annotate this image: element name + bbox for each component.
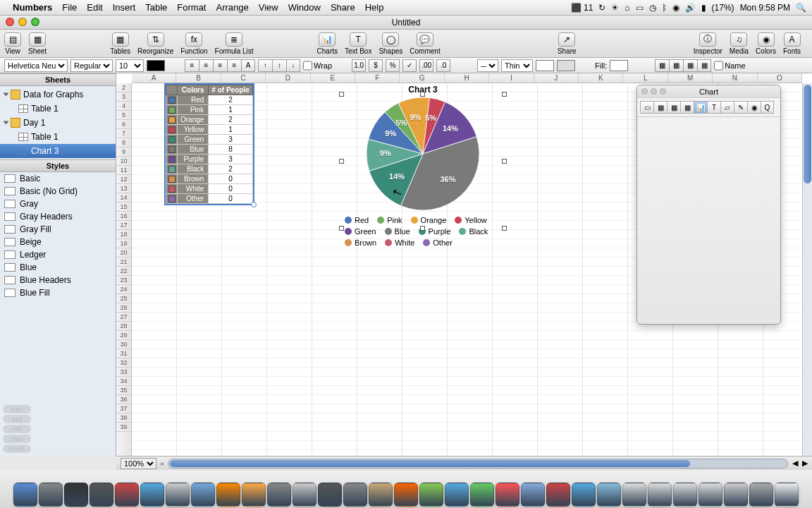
row-7[interactable]: 7: [116, 129, 131, 138]
row-18[interactable]: 18: [116, 230, 131, 239]
disclosure-icon[interactable]: [4, 121, 9, 125]
wrap-checkbox[interactable]: Wrap: [303, 59, 332, 72]
dock-app-22[interactable]: [572, 483, 596, 507]
sel-handle-ne[interactable]: [502, 92, 507, 97]
valign-top-button[interactable]: ↑: [258, 59, 272, 72]
dock-app-20[interactable]: [521, 483, 545, 507]
row-28[interactable]: 28: [116, 322, 131, 331]
col-M[interactable]: M: [668, 73, 713, 83]
style-ledger[interactable]: Ledger: [0, 248, 116, 261]
shapes-button[interactable]: ◯Shapes: [379, 32, 402, 55]
row-22[interactable]: 22: [116, 267, 131, 276]
border2-swatch[interactable]: [557, 60, 575, 71]
menu-view[interactable]: View: [259, 2, 278, 13]
dock-app-2[interactable]: [64, 483, 88, 507]
align-justify-button[interactable]: ≡: [227, 59, 241, 72]
sync-icon[interactable]: ↻: [598, 3, 605, 13]
table-row[interactable]: Purple3: [166, 155, 253, 164]
battery-icon[interactable]: ▮: [701, 3, 706, 13]
tables-button[interactable]: ▦Tables: [110, 32, 130, 55]
dock-app-9[interactable]: [242, 483, 266, 507]
menu-arrange[interactable]: Arrange: [216, 2, 248, 13]
dec-dec-button[interactable]: .0: [436, 59, 450, 72]
legend-orange[interactable]: Orange: [411, 216, 447, 224]
pie-chart[interactable]: 9%5%9%5%14%36%14%9%: [367, 97, 479, 210]
border-select[interactable]: Thin: [501, 59, 533, 72]
row-17[interactable]: 17: [116, 221, 131, 230]
row-13[interactable]: 13: [116, 184, 131, 193]
menu-share[interactable]: Share: [331, 2, 355, 13]
tv1-button[interactable]: ▦: [655, 59, 669, 72]
dock-app-11[interactable]: [293, 483, 316, 507]
dock-app-25[interactable]: [648, 483, 672, 507]
fill-swatch[interactable]: [610, 60, 628, 71]
row-23[interactable]: 23: [116, 276, 131, 285]
menu-insert[interactable]: Insert: [113, 2, 136, 13]
sel-handle-sw[interactable]: [339, 226, 344, 231]
percent-button[interactable]: %: [386, 59, 400, 72]
menu-window[interactable]: Window: [288, 2, 321, 13]
col-O[interactable]: O: [758, 73, 802, 83]
row-39[interactable]: 39: [116, 423, 131, 432]
dock[interactable]: [0, 470, 812, 508]
row-12[interactable]: 12: [116, 175, 131, 184]
row-30[interactable]: 30: [116, 340, 131, 349]
scroll-left-button[interactable]: ◀: [792, 459, 798, 468]
insp-tab-sheet[interactable]: ▦: [653, 101, 667, 114]
inspector-min[interactable]: [651, 88, 657, 95]
row-headers[interactable]: 2345678910111213141516171819202122232425…: [116, 83, 132, 456]
media-button[interactable]: ♫Media: [730, 32, 749, 55]
chart-object[interactable]: Chart 3 9%5%9%5%14%36%14%9% RedPinkOrang…: [342, 85, 504, 247]
legend-pink[interactable]: Pink: [377, 216, 402, 224]
insp-tab-text[interactable]: T: [707, 101, 720, 114]
col-J[interactable]: J: [534, 73, 579, 83]
sel-handle-n[interactable]: [420, 92, 425, 97]
table-row[interactable]: Other0: [166, 194, 253, 204]
table-row[interactable]: Green3: [166, 135, 253, 145]
sel-handle-nw[interactable]: [339, 92, 344, 97]
dock-app-8[interactable]: [216, 483, 240, 507]
comment-button[interactable]: 💬Comment: [410, 32, 440, 55]
row-21[interactable]: 21: [116, 258, 131, 267]
inspector-button[interactable]: ⓘInspector: [694, 32, 722, 55]
row-29[interactable]: 29: [116, 331, 131, 340]
row-31[interactable]: 31: [116, 349, 131, 358]
horizontal-scrollbar[interactable]: [168, 459, 788, 468]
fontsize-select[interactable]: 10: [116, 59, 144, 72]
dock-app-26[interactable]: [673, 483, 697, 507]
view-button[interactable]: ▤View: [4, 32, 21, 55]
dock-app-19[interactable]: [496, 483, 519, 507]
table-row[interactable]: Pink1: [166, 105, 253, 115]
row-3[interactable]: 3: [116, 92, 131, 102]
dropbox-icon[interactable]: ⌂: [625, 3, 629, 13]
currency-button[interactable]: $: [369, 59, 383, 72]
dock-app-7[interactable]: [191, 483, 215, 507]
stroke-select[interactable]: —: [477, 59, 498, 72]
style-blue[interactable]: Blue: [0, 261, 116, 274]
row-27[interactable]: 27: [116, 313, 131, 322]
dock-app-14[interactable]: [369, 483, 393, 507]
row-38[interactable]: 38: [116, 413, 131, 423]
insp-tab-table[interactable]: ▦: [667, 101, 680, 114]
row-37[interactable]: 37: [116, 404, 131, 413]
row-25[interactable]: 25: [116, 294, 131, 303]
dock-app-4[interactable]: [115, 483, 139, 507]
minimize-button[interactable]: [18, 18, 27, 26]
formula-list-button[interactable]: ≣Formula List: [215, 32, 254, 55]
menu-table[interactable]: Table: [145, 2, 167, 13]
sidebar-item-day-1[interactable]: Day 1: [0, 116, 116, 130]
insp-tab-doc[interactable]: ▭: [640, 101, 653, 114]
legend-blue[interactable]: Blue: [385, 227, 410, 236]
legend-red[interactable]: Red: [345, 216, 369, 224]
dec-inc-button[interactable]: .00: [419, 59, 433, 72]
dock-app-5[interactable]: [140, 483, 164, 507]
valign-bot-button[interactable]: ↓: [286, 59, 300, 72]
sidebar-item-data-for-graphs[interactable]: Data for Graphs: [0, 87, 116, 102]
menu-format[interactable]: Format: [177, 2, 206, 13]
style-blue-headers[interactable]: Blue Headers: [0, 274, 116, 286]
tv4-button[interactable]: ▦: [697, 59, 711, 72]
row-36[interactable]: 36: [116, 395, 131, 404]
table-row[interactable]: Yellow1: [166, 125, 253, 135]
row-15[interactable]: 15: [116, 202, 131, 212]
colors-button[interactable]: ◉Colors: [756, 32, 776, 55]
